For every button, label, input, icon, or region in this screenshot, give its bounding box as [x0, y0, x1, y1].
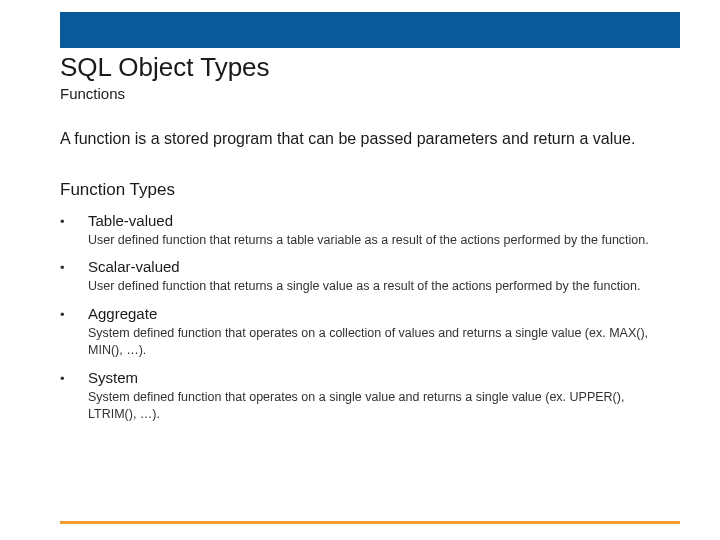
- slide-subtitle: Functions: [60, 85, 670, 102]
- item-title: Table-valued: [88, 212, 173, 229]
- item-desc: User defined function that returns a sin…: [88, 278, 670, 295]
- list-item: • Aggregate System defined function that…: [60, 305, 670, 359]
- item-title: System: [88, 369, 138, 386]
- bullet-icon: •: [60, 371, 88, 386]
- item-title: Scalar-valued: [88, 258, 180, 275]
- item-desc: System defined function that operates on…: [88, 389, 670, 423]
- footer-accent-line: [60, 521, 680, 524]
- item-title: Aggregate: [88, 305, 157, 322]
- section-heading: Function Types: [60, 180, 670, 200]
- list-item: • Scalar-valued User defined function th…: [60, 258, 670, 295]
- slide-title: SQL Object Types: [60, 52, 670, 83]
- list-item: • Table-valued User defined function tha…: [60, 212, 670, 249]
- intro-text: A function is a stored program that can …: [60, 128, 670, 150]
- item-desc: System defined function that operates on…: [88, 325, 670, 359]
- bullet-icon: •: [60, 214, 88, 229]
- slide-content: SQL Object Types Functions A function is…: [60, 52, 670, 433]
- item-desc: User defined function that returns a tab…: [88, 232, 670, 249]
- bullet-icon: •: [60, 260, 88, 275]
- header-bar: [60, 12, 680, 48]
- bullet-icon: •: [60, 307, 88, 322]
- list-item: • System System defined function that op…: [60, 369, 670, 423]
